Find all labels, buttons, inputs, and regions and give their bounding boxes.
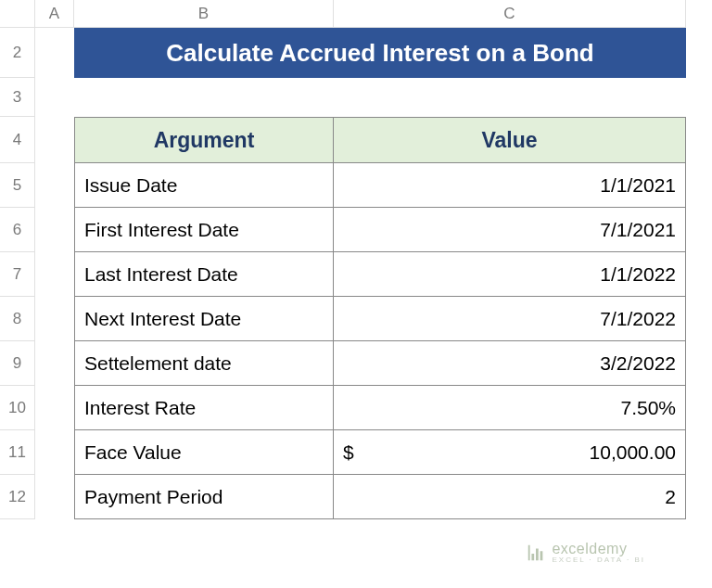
row-header-6[interactable]: 6 [0, 208, 35, 252]
row-header-9[interactable]: 9 [0, 341, 35, 386]
chart-icon [526, 543, 546, 563]
row-header-7[interactable]: 7 [0, 252, 35, 297]
table-row[interactable]: 3/2/2022 [334, 341, 686, 386]
row-header-8[interactable]: 8 [0, 297, 35, 341]
spreadsheet-grid: A B C 2 Calculate Accrued Interest on a … [0, 0, 712, 519]
table-row[interactable]: Next Interest Date [74, 297, 334, 341]
header-corner [0, 0, 35, 28]
currency-amount: 10,000.00 [590, 441, 676, 464]
cell-a11[interactable] [35, 430, 74, 475]
row-header-3[interactable]: 3 [0, 78, 35, 117]
cell-a12[interactable] [35, 475, 74, 519]
table-row[interactable]: 7/1/2021 [334, 208, 686, 252]
cell-a4[interactable] [35, 117, 74, 163]
table-row[interactable]: Payment Period [74, 475, 334, 519]
currency-symbol: $ [343, 441, 354, 464]
table-row[interactable]: 2 [334, 475, 686, 519]
cell-a9[interactable] [35, 341, 74, 386]
watermark-brand: exceldemy [552, 542, 645, 556]
table-row[interactable]: Issue Date [74, 163, 334, 208]
page-title[interactable]: Calculate Accrued Interest on a Bond [74, 28, 686, 78]
table-header-argument[interactable]: Argument [74, 117, 334, 163]
table-row[interactable]: 7/1/2022 [334, 297, 686, 341]
cell-a6[interactable] [35, 208, 74, 252]
table-header-value[interactable]: Value [334, 117, 686, 163]
table-row[interactable]: Last Interest Date [74, 252, 334, 297]
table-row[interactable]: First Interest Date [74, 208, 334, 252]
row-header-5[interactable]: 5 [0, 163, 35, 208]
col-header-a[interactable]: A [35, 0, 74, 28]
watermark-tag: EXCEL · DATA · BI [552, 556, 645, 564]
row-header-11[interactable]: 11 [0, 430, 35, 475]
table-row[interactable]: Interest Rate [74, 386, 334, 430]
table-row[interactable]: Settelement date [74, 341, 334, 386]
row-header-2[interactable]: 2 [0, 28, 35, 78]
cell-a7[interactable] [35, 252, 74, 297]
table-row[interactable]: 7.50% [334, 386, 686, 430]
row-header-10[interactable]: 10 [0, 386, 35, 430]
row-header-4[interactable]: 4 [0, 117, 35, 163]
cell-a3[interactable] [35, 78, 74, 117]
cell-a2[interactable] [35, 28, 74, 78]
watermark: exceldemy EXCEL · DATA · BI [526, 542, 645, 564]
col-header-b[interactable]: B [74, 0, 334, 28]
col-header-c[interactable]: C [334, 0, 686, 28]
table-row[interactable]: $ 10,000.00 [334, 430, 686, 475]
row-header-12[interactable]: 12 [0, 475, 35, 519]
table-row[interactable]: 1/1/2022 [334, 252, 686, 297]
cell-a8[interactable] [35, 297, 74, 341]
cell-a5[interactable] [35, 163, 74, 208]
table-row[interactable]: Face Value [74, 430, 334, 475]
cell-bc3[interactable] [74, 78, 686, 117]
cell-a10[interactable] [35, 386, 74, 430]
table-row[interactable]: 1/1/2021 [334, 163, 686, 208]
